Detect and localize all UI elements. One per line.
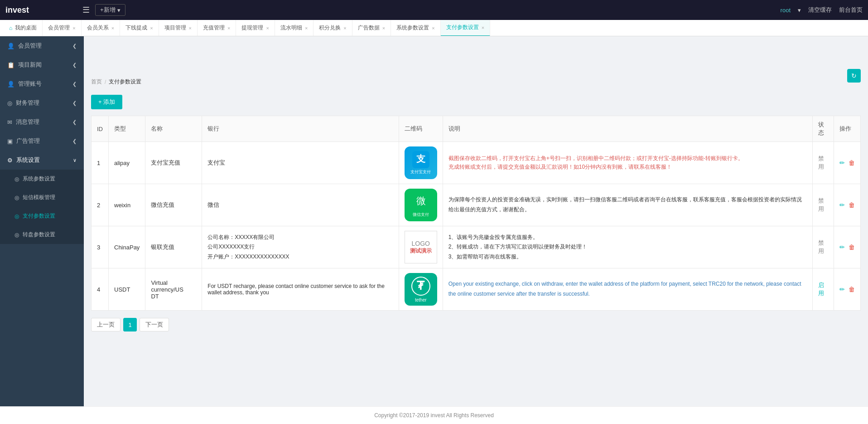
tab-label: 流水明细 <box>280 24 302 32</box>
cell-qr: ₮ tether <box>399 268 443 311</box>
col-type: 类型 <box>109 116 145 142</box>
sidebar-item-spin-params[interactable]: ◎ 转盘参数设置 <box>0 225 84 244</box>
close-icon[interactable]: × <box>72 25 75 31</box>
cell-bank: 支付宝 <box>202 142 399 184</box>
prev-page-button[interactable]: 上一页 <box>91 318 121 331</box>
chevron-right-icon: ❮ <box>72 81 77 87</box>
close-icon[interactable]: × <box>305 25 308 31</box>
chevron-right-icon: ❮ <box>72 119 77 125</box>
breadcrumb-home[interactable]: 首页 <box>91 78 102 86</box>
sidebar-label: 广告管理 <box>16 137 40 145</box>
add-record-button[interactable]: + 添加 <box>91 95 122 109</box>
cell-action: ✏ 🗑 <box>834 268 860 311</box>
sidebar-item-sys-params[interactable]: ◎ 系统参数设置 <box>0 170 84 188</box>
header-right: root ▾ 清空缓存 前台首页 <box>781 6 863 14</box>
tab-label: 会员管理 <box>48 24 70 32</box>
cell-bank: 公司名称：XXXXX有限公司 公司XXXXXXX支行 开户账户：XXXXXXXX… <box>202 226 399 268</box>
chevron-right-icon: ❮ <box>72 138 77 144</box>
tab-downline[interactable]: 下线提成 × <box>120 20 159 36</box>
tab-label: 广告数据 <box>358 24 380 32</box>
cell-type: ChinaPay <box>109 226 145 268</box>
close-icon[interactable]: × <box>189 25 192 31</box>
sidebar-sub-label: 短信模板管理 <box>23 194 55 201</box>
tab-member-rel[interactable]: 会员关系 × <box>82 20 120 36</box>
account-icon: 👤 <box>7 81 14 88</box>
cell-qr: 微 微信支付 <box>399 184 443 226</box>
close-icon[interactable]: × <box>150 25 153 31</box>
chevron-down-icon: ∨ <box>73 157 77 163</box>
close-icon[interactable]: × <box>111 25 114 31</box>
sidebar-item-message[interactable]: ✉ 消息管理 ❮ <box>0 112 84 132</box>
sidebar-label: 会员管理 <box>18 42 42 50</box>
tab-label: 系统参数设置 <box>396 24 429 32</box>
delete-button[interactable]: 🗑 <box>849 244 855 251</box>
breadcrumb-current: 支付参数设置 <box>109 78 141 86</box>
tab-label: 我的桌面 <box>15 24 37 32</box>
edit-button[interactable]: ✏ <box>839 286 845 293</box>
sidebar-item-finance[interactable]: ◎ 财务管理 ❮ <box>0 93 84 112</box>
cell-qr: 支 支付宝支付 <box>399 142 443 184</box>
close-icon[interactable]: × <box>343 25 346 31</box>
breadcrumb-sep: / <box>105 79 106 85</box>
svg-text:微: 微 <box>416 195 425 206</box>
logo: invest <box>5 5 82 15</box>
username-label[interactable]: root <box>781 7 791 14</box>
sidebar-sub-label: 转盘参数设置 <box>23 231 55 239</box>
close-icon[interactable]: × <box>482 25 484 30</box>
payment-table: ID 类型 名称 银行 二维码 说明 状态 操作 1 alipay 支付宝充值 … <box>91 116 861 311</box>
edit-button[interactable]: ✏ <box>839 244 845 251</box>
tab-recharge[interactable]: 充值管理 × <box>198 20 236 36</box>
top-header: invest ☰ +新增 ▾ root ▾ 清空缓存 前台首页 <box>0 0 868 20</box>
sidebar-item-ads[interactable]: ▣ 广告管理 ❮ <box>0 132 84 151</box>
dot-icon: ◎ <box>14 176 19 182</box>
sidebar-item-news[interactable]: 📋 项目新闻 ❮ <box>0 55 84 74</box>
cell-qr: LOGO 测试演示 <box>399 226 443 268</box>
message-icon: ✉ <box>7 119 12 126</box>
next-page-button[interactable]: 下一页 <box>140 318 169 331</box>
tab-project[interactable]: 项目管理 × <box>159 20 198 36</box>
sidebar-item-sms-tpl[interactable]: ◎ 短信模板管理 <box>0 188 84 207</box>
edit-button[interactable]: ✏ <box>839 201 845 209</box>
cell-status: 禁用 <box>812 184 834 226</box>
sidebar-item-member[interactable]: 👤 会员管理 ❮ <box>0 36 84 55</box>
front-home-button[interactable]: 前台首页 <box>839 6 863 14</box>
edit-button[interactable]: ✏ <box>839 159 845 166</box>
current-page[interactable]: 1 <box>123 318 137 331</box>
sidebar-item-pay-params[interactable]: ◎ 支付参数设置 <box>0 207 84 225</box>
dot-icon: ◎ <box>14 232 19 238</box>
tab-withdraw[interactable]: 提现管理 × <box>236 20 275 36</box>
tab-desktop[interactable]: ⌂ 我的桌面 <box>4 20 43 36</box>
table-row: 1 alipay 支付宝充值 支付宝 支 支付宝支付 <box>92 142 861 184</box>
menu-icon[interactable]: ☰ <box>82 5 90 15</box>
cell-desc: 截图保存收款二维码，打开支付宝右上角+号扫一扫，识别相册中二维码付款；或打开支付… <box>443 142 812 184</box>
cell-name: Virtual currency/USDT <box>145 268 202 311</box>
sidebar-sub-label: 系统参数设置 <box>23 175 55 183</box>
cell-id: 4 <box>92 268 109 311</box>
table-row: 2 weixin 微信充值 微信 微 微信支付 <box>92 184 861 226</box>
tab-label: 充值管理 <box>203 24 225 32</box>
sidebar-item-system[interactable]: ⚙ 系统设置 ∨ <box>0 151 84 170</box>
refresh-button[interactable]: ↻ <box>847 69 861 83</box>
ads-icon: ▣ <box>7 138 13 145</box>
close-icon[interactable]: × <box>227 25 230 31</box>
tab-bar: ⌂ 我的桌面 会员管理 × 会员关系 × 下线提成 × 项目管理 × 充值管理 … <box>0 20 868 36</box>
col-qr: 二维码 <box>399 116 443 142</box>
close-icon[interactable]: × <box>432 25 434 31</box>
dot-icon: ◎ <box>14 213 19 219</box>
tab-pay-params[interactable]: 支付参数设置 × <box>441 20 490 36</box>
sidebar-item-account[interactable]: 👤 管理账号 ❮ <box>0 74 84 93</box>
close-icon[interactable]: × <box>266 25 269 31</box>
tab-flow[interactable]: 流水明细 × <box>275 20 313 36</box>
cell-status: 禁用 <box>812 142 834 184</box>
close-icon[interactable]: × <box>382 25 385 31</box>
cell-desc: Open your existing exchange, click on wi… <box>443 268 812 311</box>
delete-button[interactable]: 🗑 <box>849 286 855 293</box>
tab-ads[interactable]: 广告数据 × <box>352 20 391 36</box>
tab-member[interactable]: 会员管理 × <box>43 20 81 36</box>
tab-sys-params[interactable]: 系统参数设置 × <box>391 20 440 36</box>
delete-button[interactable]: 🗑 <box>849 159 855 166</box>
delete-button[interactable]: 🗑 <box>849 201 855 209</box>
clear-cache-button[interactable]: 清空缓存 <box>808 6 832 14</box>
tab-points[interactable]: 积分兑换 × <box>313 20 352 36</box>
add-new-button[interactable]: +新增 ▾ <box>95 4 125 16</box>
